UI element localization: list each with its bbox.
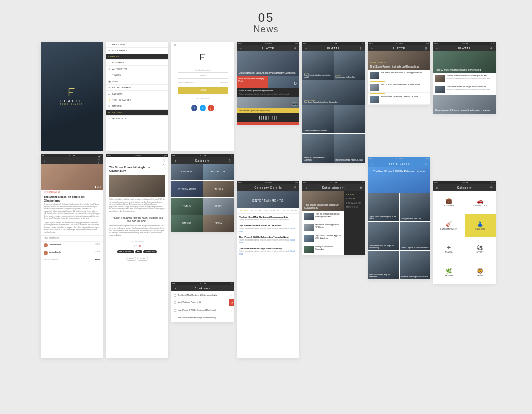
tile[interactable]: Usha's Legend of Self-Confidence	[400, 222, 431, 250]
back-icon[interactable]: ‹	[108, 159, 112, 162]
play-icon[interactable]: ▷	[294, 81, 297, 86]
menu-bookmarks[interactable]: ★BOOKMARKS	[106, 48, 168, 54]
tile[interactable]: Top 10 most-visitable place in the world	[368, 193, 399, 221]
list-item[interactable]: The love life of Matt Murdock & Undergro…	[237, 214, 299, 223]
email-field[interactable]: Email or Username	[178, 68, 228, 73]
tile-top10[interactable]: TRAVELTop 10 most-visitable place in the…	[302, 51, 334, 80]
card[interactable]: Marathon Running Reach 2K Rises	[302, 222, 344, 233]
cat-travel[interactable]: ✈TRAVEL	[433, 237, 464, 260]
menu-cat-entertainment[interactable]: ★ENTERTAINMENT	[106, 85, 168, 91]
back-icon[interactable]: ‹	[239, 186, 243, 189]
hero-stone[interactable]: ENTERTAINMENTThe Stone Roses hit single …	[368, 51, 430, 70]
headline-stock[interactable]: Stock Market Open with Highly ProfitTo l…	[237, 88, 299, 97]
menu-icon[interactable]: ≡	[174, 159, 178, 162]
share-icon[interactable]: ⤴	[163, 162, 165, 165]
login-button[interactable]: LOGIN	[178, 87, 228, 94]
tag[interactable]: PHOTOGRAPHY	[117, 250, 134, 253]
back-icon[interactable]: ‹	[370, 162, 374, 165]
password-field[interactable]: ********	[178, 74, 228, 79]
search-icon[interactable]: ⚲	[424, 47, 428, 50]
hero-julius[interactable]: Julius Breslin Talks About Photography C…	[237, 51, 299, 76]
menu-icon[interactable]: ≡	[370, 47, 374, 50]
tile-empty[interactable]	[334, 105, 365, 133]
menu-cat-fashion[interactable]: ◆FASHION	[106, 91, 168, 97]
tile[interactable]: New iOS Camera App for Dummies	[368, 251, 399, 279]
audio-wave-icon[interactable]: ┃│┃║┃│┃║┃	[237, 113, 299, 122]
filter-icon[interactable]: ⚙	[358, 186, 363, 189]
cat-automotive[interactable]: AUTOMOTIVE	[203, 164, 234, 180]
tab-mostliked[interactable]: MOST LIKED	[283, 210, 297, 212]
tile[interactable]: Marathon Running Reach 2K Run	[400, 251, 431, 279]
search-icon[interactable]: ⚲	[293, 186, 297, 189]
tile[interactable]: The Stone Roses hit single on Glastonbur…	[368, 222, 399, 250]
tag[interactable]: FLICKR	[137, 257, 148, 261]
tile-marathon[interactable]: SPORTMarathon Running Reach 2K Run	[334, 134, 365, 163]
menu-icon[interactable]: ≡	[304, 47, 309, 50]
bookmark-item-delete[interactable]: Most-Visitable Places in ld✕	[171, 299, 234, 306]
back-icon[interactable]: ‹	[304, 186, 309, 189]
tile[interactable]: Living peace in Pine City	[400, 193, 431, 221]
search-icon[interactable]: ⚲	[358, 47, 363, 50]
tile-stock-red[interactable]: Stock Market Opens with Highly Profit▷	[237, 76, 299, 88]
menu-setting[interactable]: ⚙SETTING	[106, 110, 168, 116]
card-matt2[interactable]: The life of Matt Murdock & Underground A…	[433, 73, 496, 84]
cat-fashion[interactable]: 👗FASHION	[465, 214, 496, 237]
tab-recent[interactable]: RECENT	[240, 210, 248, 212]
menu-headlines[interactable]: ≡HEADLINES	[106, 42, 168, 48]
menu-cat-travel[interactable]: ✈TRAVEL	[106, 72, 168, 78]
hero[interactable]: The Stone Roses hit single on Glastonbur…	[302, 191, 344, 211]
cat-business[interactable]: 💼BUSINESS	[433, 191, 464, 213]
card-top10[interactable]: Top 10 Most-Visitable Places in The Worl…	[368, 82, 430, 93]
card-iphone[interactable]: New iPhone 7 Release Date on 13 June	[368, 94, 430, 105]
google-plus-icon[interactable]: g	[208, 105, 214, 111]
tw-icon[interactable]: t	[137, 244, 137, 247]
menu-icon[interactable]: ≡	[239, 47, 243, 50]
card-matt[interactable]: The life of Matt Murdock & Underground A…	[368, 70, 430, 81]
tab-bookmarked[interactable]: BOOKMARKED	[264, 210, 280, 212]
list-item[interactable]: New iPhone 7 Will Be Released on Thursda…	[237, 234, 299, 246]
twitter-icon[interactable]: t	[200, 105, 206, 111]
cat-nature[interactable]: 🌿NATURE	[433, 261, 464, 284]
card[interactable]: Living in Pinewood Suburban	[302, 244, 344, 255]
back-icon[interactable]: ‹	[174, 287, 178, 290]
delete-button[interactable]: ✕	[229, 299, 234, 306]
menu-cat-tech[interactable]: ⚡TECH & GADGET	[106, 97, 168, 103]
filter-mostliked[interactable]: MOST LIKED	[346, 205, 363, 209]
headline-stock-yellow[interactable]: Stock Market Opens with Highly Profit	[237, 108, 299, 113]
search-icon[interactable]: ⚲	[228, 159, 232, 162]
cat-travel[interactable]: TRAVEL	[171, 198, 203, 215]
checkbox-icon[interactable]	[174, 294, 176, 297]
forgot-link[interactable]: FORGOT PASSWORD?	[178, 82, 195, 84]
list-item[interactable]: Top 10 Most-Visitable Places in The Worl…	[237, 223, 299, 234]
tile-camera[interactable]: 📷	[237, 97, 299, 108]
cat-fauna[interactable]: FAUNA	[203, 215, 234, 232]
cat-nature[interactable]: NATURE	[171, 215, 203, 232]
tile-urban[interactable]: FASHIONUrban Lifestyle For Dummies	[302, 105, 334, 133]
cat-sport[interactable]: ⚽SPORT	[465, 237, 496, 260]
back-icon[interactable]: ‹	[43, 159, 47, 162]
search-icon[interactable]: ⚲	[489, 47, 494, 50]
register-link[interactable]: REGISTER	[220, 82, 228, 84]
menu-cat-business[interactable]: $BUSINESS	[106, 60, 168, 66]
search-icon[interactable]: ⚲	[489, 186, 494, 189]
hero-women[interactable]: First women 2K race record the fastest r…	[433, 95, 496, 114]
filter-recent[interactable]: RECENT	[346, 193, 363, 197]
tile-camera-app[interactable]: TECHNew iOS Camera App for Dummies	[302, 134, 334, 163]
menu-icon[interactable]: ≡	[435, 47, 440, 50]
menu-cat-sport[interactable]: ⚽SPORT	[106, 78, 168, 85]
pin-icon[interactable]: p	[139, 244, 141, 247]
hero-top10[interactable]: Top 10 most-visitable place in the world	[433, 51, 496, 73]
search-icon[interactable]: ⚲	[424, 162, 428, 165]
cat-automotive[interactable]: 🚗AUTOMOTIVE	[465, 191, 496, 213]
cat-sport[interactable]: SPORT	[203, 198, 234, 215]
card-stone2[interactable]: The Stone Roses hit single on Glastonbur…	[433, 84, 496, 95]
tag[interactable]: LANDSCAPE	[143, 250, 157, 253]
cat-business[interactable]: BUSINESS	[171, 164, 203, 180]
card[interactable]: Top 5 Best Camera Apps on iOS & Android	[302, 233, 344, 244]
tile-living[interactable]: NATURELiving peace in Pine City	[334, 51, 365, 80]
cat-entertainment[interactable]: ENTERTAINMENT	[171, 181, 203, 197]
menu-cat-automotive[interactable]: ⚙AUTOMOTIVE	[106, 66, 168, 72]
close-icon[interactable]: ✕	[174, 44, 176, 47]
facebook-icon[interactable]: f	[191, 105, 197, 111]
fb-icon[interactable]: f	[134, 244, 134, 247]
